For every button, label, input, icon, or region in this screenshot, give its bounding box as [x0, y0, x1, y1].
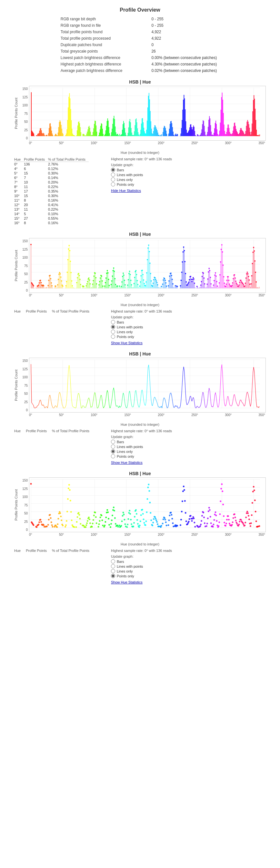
y-axis-label-4: Profile Points Count — [14, 477, 19, 532]
radio-input-1-3[interactable] — [111, 182, 115, 186]
svg-line-1252 — [185, 393, 186, 402]
svg-point-741 — [169, 276, 170, 277]
radio-option-1-2[interactable]: Lines only — [111, 177, 266, 182]
radio-option-3-1[interactable]: Lines with points — [111, 444, 266, 449]
svg-rect-93 — [88, 127, 89, 136]
svg-rect-57 — [62, 129, 62, 136]
radio-option-4-3[interactable]: Points only — [111, 574, 266, 578]
svg-point-1569 — [163, 519, 164, 520]
svg-line-1220 — [165, 400, 166, 403]
svg-point-1406 — [48, 519, 50, 521]
radio-input-2-1[interactable] — [111, 325, 115, 329]
radio-input-3-0[interactable] — [111, 440, 115, 444]
svg-rect-47 — [55, 134, 56, 136]
show-hide-link-3[interactable]: Show Hue Statistics — [111, 461, 143, 464]
radio-input-3-1[interactable] — [111, 444, 115, 449]
radio-input-3-3[interactable] — [111, 454, 115, 458]
svg-line-1275 — [200, 405, 201, 406]
radio-option-4-2[interactable]: Lines only — [111, 569, 266, 573]
svg-point-1478 — [101, 515, 102, 517]
radio-option-1-0[interactable]: Bars — [111, 168, 266, 172]
svg-line-1074 — [72, 405, 73, 407]
radio-option-2-3[interactable]: Points only — [111, 335, 266, 339]
svg-rect-328 — [245, 134, 246, 136]
svg-line-1347 — [246, 394, 247, 398]
overview-label: RGB range found in file — [61, 23, 125, 28]
svg-rect-44 — [52, 133, 53, 136]
radio-option-3-0[interactable]: Bars — [111, 440, 266, 444]
svg-rect-150 — [128, 133, 128, 136]
radio-input-1-0[interactable] — [111, 168, 115, 172]
show-hide-link-1[interactable]: Hide Hue Statistics — [111, 189, 141, 192]
radio-option-3-2[interactable]: Lines only — [111, 449, 266, 454]
radio-option-3-3[interactable]: Points only — [111, 454, 266, 458]
radio-option-2-1[interactable]: Lines with points — [111, 325, 266, 329]
svg-point-588 — [114, 271, 115, 272]
svg-point-1503 — [119, 525, 120, 526]
svg-point-805 — [192, 279, 193, 280]
radio-input-3-2[interactable] — [111, 449, 115, 454]
svg-point-1577 — [169, 515, 170, 517]
show-hide-link-4[interactable]: Show Hue Statistics — [111, 580, 143, 584]
svg-line-1009 — [31, 364, 32, 403]
svg-point-1595 — [184, 489, 185, 491]
svg-point-1484 — [105, 517, 107, 518]
svg-line-1356 — [252, 383, 252, 396]
svg-point-1456 — [86, 525, 87, 526]
radio-input-2-2[interactable] — [111, 330, 115, 334]
overview-value: 4,922 — [125, 29, 219, 35]
svg-rect-69 — [71, 120, 72, 136]
svg-rect-227 — [180, 136, 181, 136]
svg-point-423 — [51, 285, 53, 286]
radio-option-4-1[interactable]: Lines with points — [111, 564, 266, 568]
svg-rect-125 — [111, 132, 112, 136]
svg-point-1466 — [92, 523, 94, 525]
svg-line-1167 — [132, 404, 132, 407]
radio-input-2-0[interactable] — [111, 320, 115, 324]
svg-point-1652 — [222, 504, 224, 505]
radio-option-1-3[interactable]: Points only — [111, 182, 266, 186]
svg-rect-90 — [87, 133, 87, 136]
radio-option-2-0[interactable]: Bars — [111, 320, 266, 324]
radio-input-4-1[interactable] — [111, 564, 115, 568]
svg-rect-185 — [150, 111, 151, 136]
svg-line-1048 — [56, 406, 57, 407]
svg-line-1077 — [74, 407, 75, 408]
overview-label: Total greyscale points — [61, 49, 125, 54]
svg-line-1349 — [247, 392, 248, 394]
svg-rect-160 — [134, 131, 135, 136]
svg-rect-91 — [87, 132, 88, 136]
svg-line-1134 — [111, 404, 111, 407]
svg-rect-348 — [257, 135, 258, 136]
radio-input-2-3[interactable] — [111, 335, 115, 339]
svg-line-1129 — [107, 390, 108, 393]
radio-option-4-0[interactable]: Bars — [111, 559, 266, 563]
svg-line-1076 — [73, 407, 74, 407]
svg-point-617 — [125, 284, 126, 285]
svg-point-1671 — [235, 517, 236, 518]
radio-input-4-3[interactable] — [111, 574, 115, 578]
radio-option-2-2[interactable]: Lines only — [111, 330, 266, 334]
svg-rect-324 — [242, 131, 243, 136]
svg-point-865 — [216, 276, 217, 277]
update-graph-label-4: Update graph: — [111, 555, 266, 558]
page-title: Profile Overview — [6, 7, 274, 13]
radio-input-1-2[interactable] — [111, 177, 115, 182]
radio-input-4-0[interactable] — [111, 559, 115, 563]
charts-container: HSB | HueProfile Points Count15012510075… — [6, 79, 274, 584]
svg-rect-346 — [256, 130, 257, 136]
svg-point-937 — [239, 282, 240, 283]
svg-point-641 — [134, 277, 135, 278]
svg-rect-75 — [75, 136, 75, 136]
svg-point-1666 — [231, 524, 233, 526]
radio-input-4-2[interactable] — [111, 569, 115, 573]
radio-option-1-1[interactable]: Lines with points — [111, 173, 266, 177]
radio-input-1-1[interactable] — [111, 173, 115, 177]
show-hide-link-2[interactable]: Show Hue Statistics — [111, 341, 143, 345]
svg-rect-162 — [135, 119, 136, 136]
svg-rect-240 — [188, 131, 189, 136]
svg-point-827 — [201, 276, 203, 277]
svg-rect-195 — [156, 129, 157, 136]
svg-line-1073 — [72, 401, 72, 405]
svg-point-582 — [112, 276, 113, 277]
